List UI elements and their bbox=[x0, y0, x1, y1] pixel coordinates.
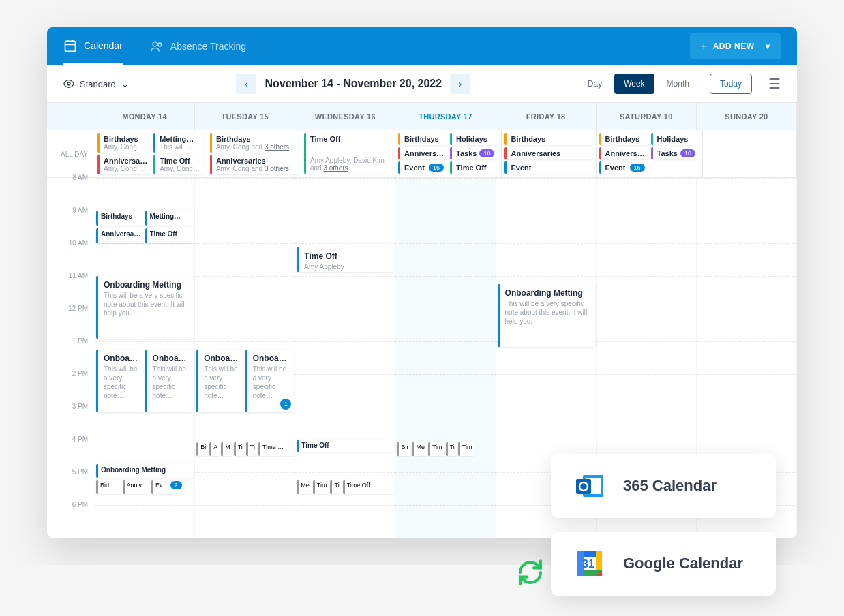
timed-event[interactable]: Onboarding MettingThis will be a very sp… bbox=[498, 284, 595, 347]
today-button[interactable]: Today bbox=[710, 74, 752, 94]
mini-event[interactable]: M bbox=[221, 442, 232, 456]
allday-fri: Birthdays Anniversaries Event bbox=[502, 130, 596, 177]
mini-event[interactable]: A bbox=[209, 442, 220, 456]
event-chip[interactable]: Birthdays bbox=[398, 133, 448, 145]
prev-week-button[interactable]: ‹ bbox=[236, 74, 256, 94]
mini-event[interactable]: Bi bbox=[196, 442, 208, 456]
tab-calendar-label: Calendar bbox=[84, 40, 123, 51]
timed-event[interactable]: Onboard…This will be a very specific not… bbox=[96, 350, 145, 412]
calendar-toolbar: Standard ⌄ ‹ November 14 - November 20, … bbox=[47, 65, 797, 103]
mini-event[interactable]: Tim bbox=[458, 442, 474, 456]
view-week-button[interactable]: Week bbox=[614, 74, 654, 94]
event-chip[interactable]: Holidays bbox=[651, 133, 699, 145]
day-header-fri[interactable]: FRIDAY 18 bbox=[496, 103, 597, 130]
outlook-icon bbox=[573, 469, 607, 503]
timed-event[interactable]: Onboard…This will be a very specific not… bbox=[145, 350, 194, 412]
tab-calendar[interactable]: Calendar bbox=[63, 28, 123, 65]
event-chip[interactable]: Anniversaries bbox=[504, 147, 592, 159]
mini-event[interactable]: Anniv… bbox=[123, 480, 151, 494]
hour-label: 8 AM bbox=[47, 174, 95, 206]
event-chip[interactable]: AnniversariesAmy, Cong and 3 others bbox=[210, 155, 298, 174]
mini-event[interactable]: Ti bbox=[234, 442, 245, 456]
event-chip[interactable]: BirthdaysAmy, Cong… bbox=[97, 133, 151, 153]
allday-sat: Birthdays Annivers… Event16 Holidays Tas… bbox=[597, 130, 703, 177]
people-icon bbox=[150, 40, 164, 53]
view-selector-dropdown[interactable]: Standard ⌄ bbox=[63, 78, 129, 89]
event-chip[interactable]: Event16 bbox=[398, 161, 448, 174]
hour-label: 11 AM bbox=[47, 272, 95, 305]
event-chip[interactable]: Birthdays bbox=[504, 133, 592, 145]
chevron-down-icon: ⌄ bbox=[121, 79, 129, 89]
hour-label: 1 PM bbox=[47, 337, 95, 370]
svg-point-5 bbox=[157, 43, 161, 46]
menu-icon[interactable]: ☰ bbox=[768, 76, 781, 92]
svg-rect-13 bbox=[596, 551, 602, 565]
day-header-tue[interactable]: TUESDAY 15 bbox=[195, 103, 295, 130]
mini-event[interactable]: Ti bbox=[446, 442, 457, 456]
svg-point-6 bbox=[67, 82, 70, 85]
mini-event[interactable]: Bir bbox=[397, 442, 410, 456]
timed-event[interactable]: Birthdays bbox=[96, 211, 145, 226]
timed-event[interactable]: Onboard…This will be a very specific not… bbox=[196, 350, 245, 412]
all-day-label: ALL DAY bbox=[47, 130, 95, 177]
mini-event[interactable]: Birth… bbox=[96, 480, 121, 494]
mini-event[interactable]: Ev…2 bbox=[151, 480, 184, 494]
integration-google-card[interactable]: 31 Google Calendar bbox=[551, 532, 776, 565]
event-chip[interactable]: Annivers… bbox=[599, 147, 649, 159]
integration-365-card[interactable]: 365 Calendar bbox=[551, 454, 776, 518]
svg-rect-0 bbox=[65, 41, 76, 51]
event-chip[interactable]: Metting…This will … bbox=[153, 133, 204, 153]
eye-icon bbox=[63, 78, 74, 89]
timed-event[interactable]: Onboard…This will be a very specific not… bbox=[245, 350, 295, 412]
view-month-button[interactable]: Month bbox=[657, 74, 699, 94]
add-new-label: ADD NEW bbox=[713, 42, 755, 51]
event-chip[interactable]: Birthdays bbox=[599, 133, 649, 145]
allday-mon: BirthdaysAmy, Cong… Anniversa…Amy, Cong…… bbox=[95, 130, 207, 177]
timed-event[interactable]: Anniversa… bbox=[96, 228, 145, 243]
event-chip[interactable]: BirthdaysAmy, Cong and 3 others bbox=[210, 133, 298, 153]
timed-event[interactable]: Time OffAmy Appleby bbox=[297, 247, 394, 272]
hour-label: 4 PM bbox=[47, 435, 95, 468]
next-week-button[interactable]: › bbox=[450, 74, 470, 94]
timed-event[interactable]: Metting… bbox=[145, 211, 194, 226]
day-header-wed[interactable]: WEDNESDAY 16 bbox=[295, 103, 395, 130]
event-chip[interactable]: Time OffAmy, Cong… bbox=[153, 155, 204, 174]
event-chip[interactable]: Holidays bbox=[450, 133, 498, 145]
mini-event[interactable]: Time … bbox=[258, 442, 294, 456]
event-chip[interactable]: Tasks10 bbox=[450, 147, 498, 159]
add-new-button[interactable]: + ADD NEW ▾ bbox=[690, 33, 781, 59]
day-header-mon[interactable]: MONDAY 14 bbox=[95, 103, 195, 130]
allday-tue: BirthdaysAmy, Cong and 3 others Annivers… bbox=[207, 130, 301, 177]
day-col-thu: Bir Me Tim Ti Tim bbox=[395, 178, 496, 538]
mini-event[interactable]: Tim bbox=[313, 480, 329, 494]
mini-event[interactable]: Me bbox=[412, 442, 427, 456]
svg-text:31: 31 bbox=[582, 558, 594, 565]
day-header-thu[interactable]: THURSDAY 17 bbox=[395, 103, 496, 130]
allday-sun bbox=[703, 130, 797, 177]
timed-event[interactable]: Time Off bbox=[145, 228, 194, 243]
timed-event[interactable]: Time Off bbox=[297, 440, 394, 452]
event-chip[interactable]: Time OffAmy Appleby, David Kim and 3 oth… bbox=[304, 133, 392, 174]
mini-event[interactable]: Ti bbox=[330, 480, 341, 494]
event-chip[interactable]: Tasks10 bbox=[651, 147, 699, 159]
mini-event[interactable]: Me bbox=[297, 480, 312, 494]
event-chip[interactable]: Anniversa…Amy, Cong… bbox=[97, 155, 151, 174]
all-day-section: ALL DAY BirthdaysAmy, Cong… Anniversa…Am… bbox=[47, 130, 797, 178]
event-chip[interactable]: Event bbox=[504, 161, 592, 174]
svg-point-4 bbox=[153, 42, 157, 46]
timed-event[interactable]: Onboarding MettingThis will be a very sp… bbox=[96, 276, 194, 339]
view-day-button[interactable]: Day bbox=[578, 74, 612, 94]
event-chip[interactable]: Annivers… bbox=[398, 147, 448, 159]
timed-event[interactable]: Onboarding Metting bbox=[96, 464, 194, 478]
integration-google-label: Google Calendar bbox=[623, 555, 743, 565]
svg-rect-9 bbox=[576, 479, 591, 494]
day-col-mon: Birthdays Metting… Anniversa… Time Off O… bbox=[95, 178, 195, 538]
mini-event[interactable]: Time Off bbox=[343, 480, 395, 494]
event-chip[interactable]: Time Off bbox=[450, 161, 498, 174]
tab-absence-tracking[interactable]: Absence Tracking bbox=[150, 29, 246, 64]
mini-event[interactable]: Tim bbox=[428, 442, 444, 456]
event-chip[interactable]: Event16 bbox=[599, 161, 649, 174]
day-header-sun[interactable]: SUNDAY 20 bbox=[697, 103, 797, 130]
mini-event[interactable]: Ti bbox=[246, 442, 257, 456]
day-header-sat[interactable]: SATURDAY 19 bbox=[597, 103, 697, 130]
